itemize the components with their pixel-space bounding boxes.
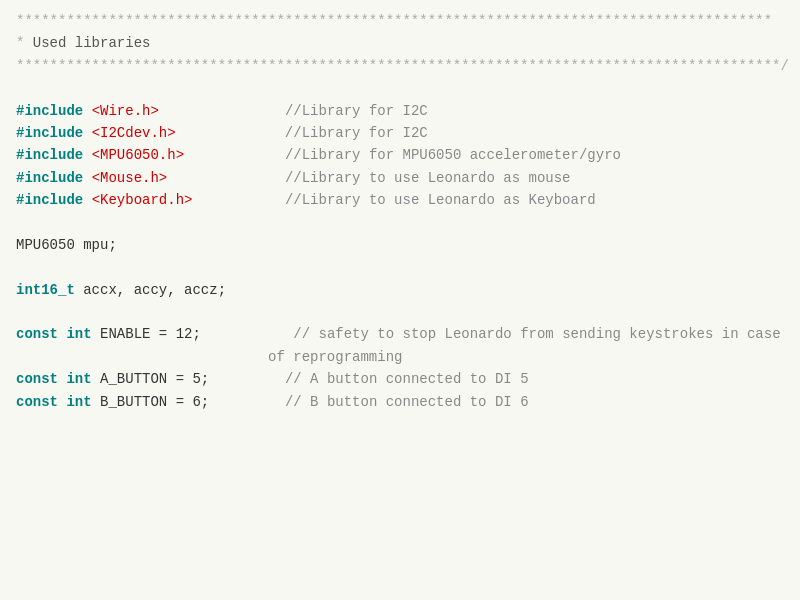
space-1: [83, 100, 91, 122]
acc-vars: accx, accy, accz;: [83, 279, 226, 301]
i2cdev-comment: //Library for I2C: [285, 122, 428, 144]
int-keyword-2: int: [66, 368, 91, 390]
i2cdev-header: <I2Cdev.h>: [92, 122, 176, 144]
empty-4: [16, 301, 784, 323]
include-i2cdev: #include <I2Cdev.h> //Library for I2C: [16, 122, 784, 144]
sp-2: [92, 323, 100, 345]
padding-1: [159, 100, 285, 122]
mouse-header: <Mouse.h>: [92, 167, 168, 189]
padding-comment2: [16, 346, 268, 368]
include-mpu6050: #include <MPU6050.h> //Library for MPU60…: [16, 144, 784, 166]
int16-line: int16_t accx, accy, accz;: [16, 279, 784, 301]
space-int16: [75, 279, 83, 301]
include-wire: #include <Wire.h> //Library for I2C: [16, 100, 784, 122]
enable-name: ENABLE = 12;: [100, 323, 201, 345]
wire-header: <Wire.h>: [92, 100, 159, 122]
sp-5: [58, 391, 66, 413]
mouse-comment: //Library to use Leonardo as mouse: [285, 167, 571, 189]
include-keyword-3: #include: [16, 144, 83, 166]
stars-top: ****************************************…: [16, 10, 772, 32]
padding-5: [192, 189, 284, 211]
keyboard-header: <Keyboard.h>: [92, 189, 193, 211]
padding-2: [176, 122, 285, 144]
sp-3: [58, 368, 66, 390]
b-button-comment: // B button connected to DI 6: [285, 391, 529, 413]
mpu6050-header: <MPU6050.h>: [92, 144, 184, 166]
code-block: ****************************************…: [16, 10, 784, 413]
enable-comment2: of reprogramming: [268, 346, 402, 368]
sp-4: [92, 368, 100, 390]
empty-1: [16, 77, 784, 99]
sp-6: [92, 391, 100, 413]
keyboard-comment: //Library to use Leonardo as Keyboard: [285, 189, 596, 211]
padding-3: [184, 144, 285, 166]
include-mouse: #include <Mouse.h> //Library to use Leon…: [16, 167, 784, 189]
a-button-comment: // A button connected to DI 5: [285, 368, 529, 390]
enable-comment2-line: of reprogramming: [16, 346, 784, 368]
space-5: [83, 189, 91, 211]
b-button-name: B_BUTTON = 6;: [100, 391, 209, 413]
enable-line: const int ENABLE = 12; // safety to stop…: [16, 323, 784, 345]
mpu-var-line: MPU6050 mpu;: [16, 234, 784, 256]
section-title: Used libraries: [33, 32, 151, 54]
b-button-line: const int B_BUTTON = 6; // B button conn…: [16, 391, 784, 413]
stars-bottom-line: ****************************************…: [16, 55, 784, 77]
stars-top-line: ****************************************…: [16, 10, 784, 32]
const-keyword-2: const: [16, 368, 58, 390]
a-button-name: A_BUTTON = 5;: [100, 368, 209, 390]
enable-comment: // safety to stop Leonardo from sending …: [293, 323, 780, 345]
title-line: * Used libraries: [16, 32, 784, 54]
include-keyword-1: #include: [16, 100, 83, 122]
stars-bottom: ****************************************…: [16, 55, 789, 77]
const-keyword-3: const: [16, 391, 58, 413]
mpu6050-comment: //Library for MPU6050 accelerometer/gyro: [285, 144, 621, 166]
sp-1: [58, 323, 66, 345]
padding-enable: [201, 323, 293, 345]
space-4: [83, 167, 91, 189]
int-keyword-3: int: [66, 391, 91, 413]
padding-a: [209, 368, 285, 390]
int16-keyword: int16_t: [16, 279, 75, 301]
padding-4: [167, 167, 285, 189]
include-keyword-5: #include: [16, 189, 83, 211]
a-button-line: const int A_BUTTON = 5; // A button conn…: [16, 368, 784, 390]
const-keyword-1: const: [16, 323, 58, 345]
include-keyword-2: #include: [16, 122, 83, 144]
space-2: [83, 122, 91, 144]
int-keyword-1: int: [66, 323, 91, 345]
include-keyboard: #include <Keyboard.h> //Library to use L…: [16, 189, 784, 211]
space-3: [83, 144, 91, 166]
star-left: *: [16, 32, 33, 54]
empty-2: [16, 212, 784, 234]
mpu-var: MPU6050 mpu;: [16, 234, 117, 256]
empty-3: [16, 256, 784, 278]
padding-b: [209, 391, 285, 413]
wire-comment: //Library for I2C: [285, 100, 428, 122]
include-keyword-4: #include: [16, 167, 83, 189]
